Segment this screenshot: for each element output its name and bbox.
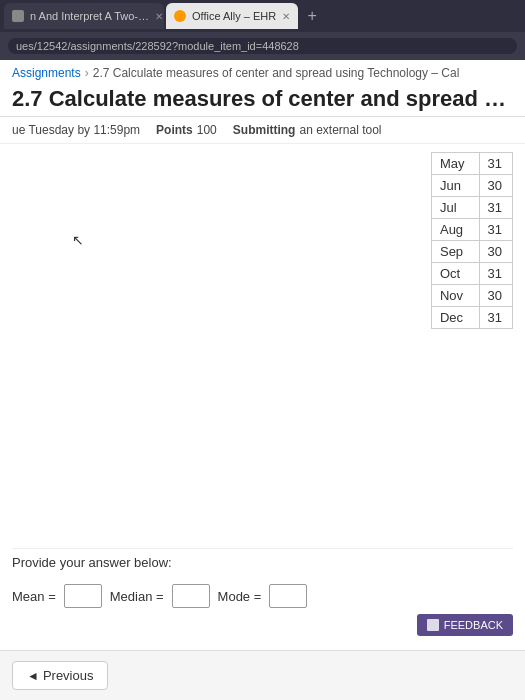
meta-bar: ue Tuesday by 11:59pm Points 100 Submitt… xyxy=(0,117,525,144)
month-cell: Jun xyxy=(431,175,479,197)
cursor-icon: ↖ xyxy=(72,232,84,248)
points-item: Points 100 xyxy=(156,123,217,137)
provide-text: Provide your answer below: xyxy=(12,548,513,572)
submitting-label: Submitting xyxy=(233,123,296,137)
mean-label: Mean = xyxy=(12,589,56,604)
value-cell: 30 xyxy=(479,285,512,307)
median-input[interactable] xyxy=(172,584,210,608)
value-cell: 31 xyxy=(479,153,512,175)
breadcrumb: Assignments › 2.7 Calculate measures of … xyxy=(0,60,525,82)
tab-bar: n And Interpret A Two-… ✕ Office Ally – … xyxy=(0,0,525,32)
submitting-item: Submitting an external tool xyxy=(233,123,382,137)
month-cell: Dec xyxy=(431,307,479,329)
tab1-icon xyxy=(12,10,24,22)
table-row: Oct31 xyxy=(431,263,512,285)
value-cell: 31 xyxy=(479,219,512,241)
points-label: Points xyxy=(156,123,193,137)
breadcrumb-separator: › xyxy=(85,66,89,80)
table-row: May31 xyxy=(431,153,512,175)
due-date: ue Tuesday by 11:59pm xyxy=(12,123,140,137)
data-table: May31Jun30Jul31Aug31Sep30Oct31Nov30Dec31 xyxy=(431,152,513,329)
feedback-label: FEEDBACK xyxy=(444,619,503,631)
feedback-icon xyxy=(427,619,439,631)
tab2-close[interactable]: ✕ xyxy=(282,11,290,22)
breadcrumb-link[interactable]: Assignments xyxy=(12,66,81,80)
data-table-wrap: May31Jun30Jul31Aug31Sep30Oct31Nov30Dec31 xyxy=(431,152,513,532)
mean-input[interactable] xyxy=(64,584,102,608)
month-cell: Nov xyxy=(431,285,479,307)
page-content: Assignments › 2.7 Calculate measures of … xyxy=(0,60,525,700)
browser-chrome: n And Interpret A Two-… ✕ Office Ally – … xyxy=(0,0,525,60)
month-cell: Oct xyxy=(431,263,479,285)
tab1-label: n And Interpret A Two-… xyxy=(30,10,149,22)
table-row: Jul31 xyxy=(431,197,512,219)
tab2-label: Office Ally – EHR xyxy=(192,10,276,22)
table-row: Nov30 xyxy=(431,285,512,307)
new-tab-button[interactable]: + xyxy=(300,4,324,28)
month-cell: Sep xyxy=(431,241,479,263)
answer-row: Mean = Median = Mode = xyxy=(12,584,513,608)
page-title: 2.7 Calculate measures of center and spr… xyxy=(0,82,525,117)
prev-arrow-icon: ◄ xyxy=(27,669,39,683)
previous-label: Previous xyxy=(43,668,94,683)
tab-1[interactable]: n And Interpret A Two-… ✕ xyxy=(4,3,164,29)
tab-2[interactable]: Office Ally – EHR ✕ xyxy=(166,3,298,29)
tab1-close[interactable]: ✕ xyxy=(155,11,163,22)
table-row: Sep30 xyxy=(431,241,512,263)
feedback-button[interactable]: FEEDBACK xyxy=(417,614,513,636)
value-cell: 31 xyxy=(479,263,512,285)
value-cell: 31 xyxy=(479,307,512,329)
table-row: Dec31 xyxy=(431,307,512,329)
bottom-nav: ◄ Previous xyxy=(0,650,525,700)
table-row: Jun30 xyxy=(431,175,512,197)
feedback-area: FEEDBACK xyxy=(12,608,513,642)
address-bar: ues/12542/assignments/228592?module_item… xyxy=(0,32,525,60)
content-area: ↖ May31Jun30Jul31Aug31Sep30Oct31Nov30Dec… xyxy=(12,152,513,532)
breadcrumb-current: 2.7 Calculate measures of center and spr… xyxy=(93,66,460,80)
month-cell: Aug xyxy=(431,219,479,241)
previous-button[interactable]: ◄ Previous xyxy=(12,661,108,690)
table-row: Aug31 xyxy=(431,219,512,241)
left-content: ↖ xyxy=(12,152,421,532)
mode-input[interactable] xyxy=(269,584,307,608)
month-cell: Jul xyxy=(431,197,479,219)
tab2-icon xyxy=(174,10,186,22)
submitting-value: an external tool xyxy=(299,123,381,137)
value-cell: 30 xyxy=(479,175,512,197)
url-display[interactable]: ues/12542/assignments/228592?module_item… xyxy=(8,38,517,54)
due-label: ue Tuesday by 11:59pm xyxy=(12,123,140,137)
value-cell: 30 xyxy=(479,241,512,263)
month-cell: May xyxy=(431,153,479,175)
value-cell: 31 xyxy=(479,197,512,219)
mode-label: Mode = xyxy=(218,589,262,604)
points-value: 100 xyxy=(197,123,217,137)
median-label: Median = xyxy=(110,589,164,604)
assignment-body: ↖ May31Jun30Jul31Aug31Sep30Oct31Nov30Dec… xyxy=(0,144,525,650)
